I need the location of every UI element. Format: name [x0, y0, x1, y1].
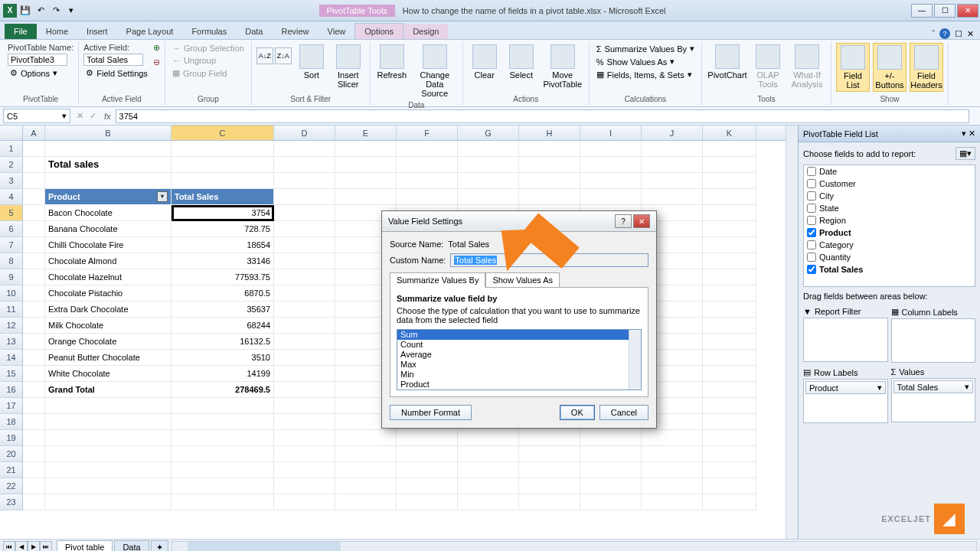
field-city[interactable]: City — [804, 190, 975, 202]
cell-C21[interactable] — [172, 462, 274, 478]
cell-I20[interactable] — [580, 446, 642, 462]
row-header-5[interactable]: 5 — [0, 205, 23, 221]
tab-data[interactable]: Data — [236, 24, 272, 39]
cell-D10[interactable] — [274, 285, 335, 302]
qat-dropdown-icon[interactable]: ▾ — [64, 4, 78, 18]
dialog-close-button[interactable]: ✕ — [633, 214, 650, 228]
insert-slicer-button[interactable]: Insert Slicer — [332, 43, 365, 90]
cell-B19[interactable] — [45, 430, 172, 446]
cell-K6[interactable] — [703, 221, 756, 237]
field-product[interactable]: Product — [804, 227, 975, 239]
tab-insert[interactable]: Insert — [77, 24, 117, 39]
cell-K13[interactable] — [703, 334, 756, 350]
row-header-7[interactable]: 7 — [0, 237, 23, 253]
cell-B11[interactable]: Extra Dark Chocolate — [45, 302, 172, 318]
cell-G20[interactable] — [458, 446, 519, 462]
cell-C16[interactable]: 278469.5 — [172, 382, 274, 398]
tab-home[interactable]: Home — [37, 24, 77, 39]
workbook-close-icon[interactable]: ✕ — [967, 29, 974, 39]
tab-file[interactable]: File — [5, 24, 37, 39]
cell-B20[interactable] — [45, 446, 172, 462]
column-header-C[interactable]: C — [172, 126, 274, 140]
cell-K23[interactable] — [703, 494, 756, 510]
column-header-H[interactable]: H — [519, 126, 580, 140]
sort-desc-icon[interactable]: Z↓A — [275, 47, 292, 64]
cell-D11[interactable] — [274, 302, 335, 318]
row-header-8[interactable]: 8 — [0, 253, 23, 269]
cell-B15[interactable]: White Chocolate — [45, 366, 172, 382]
row-header-1[interactable]: 1 — [0, 141, 23, 157]
column-header-G[interactable]: G — [458, 126, 519, 140]
cell-A10[interactable] — [23, 285, 45, 302]
cell-F23[interactable] — [397, 494, 458, 510]
cell-B6[interactable]: Banana Chocolate — [45, 221, 172, 237]
cell-F1[interactable] — [397, 141, 458, 157]
cell-C22[interactable] — [172, 478, 274, 494]
select-all-corner[interactable] — [0, 126, 23, 140]
cell-C14[interactable]: 3510 — [172, 350, 274, 366]
field-list-toggle[interactable]: Field List — [836, 43, 870, 92]
cell-B7[interactable]: Chilli Chocolate Fire — [45, 237, 172, 253]
cell-H1[interactable] — [519, 141, 580, 157]
cell-H3[interactable] — [519, 173, 580, 189]
cell-E4[interactable] — [335, 189, 397, 205]
cell-C9[interactable]: 77593.75 — [172, 269, 274, 285]
cell-B22[interactable] — [45, 478, 172, 494]
cell-E1[interactable] — [335, 141, 397, 157]
sheet-tab-data[interactable]: Data — [114, 540, 149, 551]
cell-I4[interactable] — [580, 189, 642, 205]
cell-G4[interactable] — [458, 189, 519, 205]
cell-K5[interactable] — [703, 205, 756, 221]
tab-review[interactable]: Review — [272, 24, 318, 39]
cell-A13[interactable] — [23, 334, 45, 350]
cell-G23[interactable] — [458, 494, 519, 510]
cell-G21[interactable] — [458, 462, 519, 478]
tab-nav-prev[interactable]: ◀ — [15, 541, 28, 552]
cell-D4[interactable] — [274, 189, 335, 205]
field-total-sales[interactable]: Total Sales — [804, 263, 975, 276]
cell-D16[interactable] — [274, 382, 335, 398]
cell-B21[interactable] — [45, 462, 172, 478]
undo-icon[interactable]: ↶ — [34, 4, 47, 18]
cell-G3[interactable] — [458, 173, 519, 189]
cell-A3[interactable] — [23, 173, 45, 189]
cell-E20[interactable] — [335, 446, 397, 462]
row-header-20[interactable]: 20 — [0, 446, 23, 462]
new-sheet-button[interactable]: ✦ — [151, 540, 168, 552]
cell-D23[interactable] — [274, 494, 335, 510]
fields-items-sets-button[interactable]: ▦ Fields, Items, & Sets ▾ — [594, 69, 697, 80]
row-header-12[interactable]: 12 — [0, 318, 23, 334]
cell-K8[interactable] — [703, 253, 756, 269]
field-date[interactable]: Date — [804, 165, 975, 178]
cell-A15[interactable] — [23, 366, 45, 382]
cell-A20[interactable] — [23, 446, 45, 462]
cell-F19[interactable] — [397, 430, 458, 446]
tab-design[interactable]: Design — [403, 24, 448, 39]
row-header-11[interactable]: 11 — [0, 302, 23, 318]
cell-K22[interactable] — [703, 478, 756, 494]
cell-A6[interactable] — [23, 221, 45, 237]
cell-C11[interactable]: 35637 — [172, 302, 274, 318]
area-row-labels[interactable]: Product▾ — [803, 379, 888, 423]
help-icon[interactable]: ? — [939, 28, 950, 39]
cell-K17[interactable] — [703, 398, 756, 414]
row-header-10[interactable]: 10 — [0, 285, 23, 302]
cell-I2[interactable] — [580, 157, 642, 173]
window-restore-icon[interactable]: ☐ — [955, 29, 962, 39]
cell-G22[interactable] — [458, 478, 519, 494]
area-column-labels[interactable] — [891, 318, 976, 363]
cell-C13[interactable]: 16132.5 — [172, 334, 274, 350]
field-checkbox[interactable] — [807, 253, 816, 262]
cell-E3[interactable] — [335, 173, 397, 189]
column-header-E[interactable]: E — [335, 126, 397, 140]
name-box[interactable]: C5▾ — [3, 109, 70, 123]
cell-A8[interactable] — [23, 253, 45, 269]
cell-K4[interactable] — [703, 189, 756, 205]
cell-J23[interactable] — [642, 494, 703, 510]
row-header-22[interactable]: 22 — [0, 478, 23, 494]
cell-K18[interactable] — [703, 414, 756, 430]
cell-C20[interactable] — [172, 446, 274, 462]
cell-E21[interactable] — [335, 462, 397, 478]
cell-B14[interactable]: Peanut Butter Chocolate — [45, 350, 172, 366]
field-customer[interactable]: Customer — [804, 178, 975, 190]
